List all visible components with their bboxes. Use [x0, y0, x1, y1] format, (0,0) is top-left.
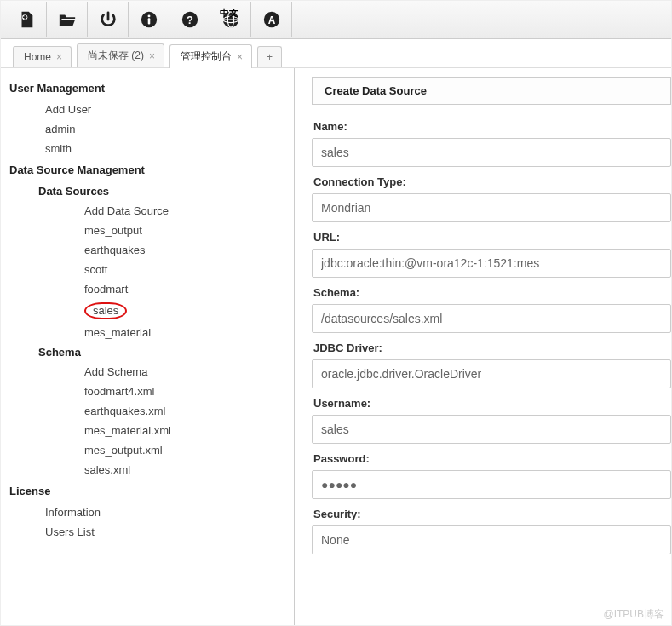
info-button[interactable] [129, 2, 169, 37]
tab-unsaved[interactable]: 尚未保存 (2) × [77, 43, 164, 67]
open-file-button[interactable] [47, 2, 88, 37]
close-icon[interactable]: × [237, 52, 243, 62]
close-icon[interactable]: × [56, 52, 62, 62]
subsection-data-sources: Data Sources [6, 181, 294, 201]
label-jdbc-driver: JDBC Driver: [312, 333, 671, 359]
tab-label: Home [24, 51, 51, 63]
label-username: Username: [312, 388, 671, 415]
svg-rect-2 [22, 16, 26, 18]
content-panel: Create Data Source Name: Connection Type… [295, 68, 671, 625]
sidebar-item-earthquakes-xml[interactable]: earthquakes.xml [6, 401, 294, 421]
new-file-button[interactable] [6, 2, 47, 37]
schema-field[interactable] [312, 304, 671, 333]
tab-admin-console[interactable]: 管理控制台 × [169, 44, 252, 68]
svg-text:?: ? [187, 14, 193, 26]
url-field[interactable] [312, 249, 671, 278]
svg-text:A: A [267, 14, 275, 26]
language-button[interactable]: 中文 [210, 2, 251, 37]
account-button[interactable]: A [251, 2, 292, 37]
sidebar-item-earthquakes[interactable]: earthquakes [6, 240, 294, 260]
power-button[interactable] [88, 2, 129, 37]
sidebar-item-sales[interactable]: sales [6, 299, 294, 323]
sidebar-item-add-data-source[interactable]: Add Data Source [6, 201, 294, 221]
sidebar-item-scott[interactable]: scott [6, 260, 294, 279]
sidebar: User Management Add User admin smith Dat… [1, 68, 295, 625]
sidebar-item-information[interactable]: Information [6, 503, 294, 522]
panel-header: Create Data Source [312, 77, 671, 105]
password-field[interactable] [312, 470, 671, 499]
label-url: URL: [312, 222, 671, 249]
sidebar-item-mes-output-xml[interactable]: mes_output.xml [6, 440, 294, 460]
sidebar-item-mes-material-xml[interactable]: mes_material.xml [6, 421, 294, 440]
label-schema: Schema: [312, 278, 671, 304]
sidebar-item-sales-xml[interactable]: sales.xml [6, 460, 294, 480]
jdbc-driver-field[interactable] [312, 359, 671, 388]
svg-point-4 [147, 14, 150, 17]
tabs-row: Home × 尚未保存 (2) × 管理控制台 × + [1, 39, 671, 68]
section-license: License [6, 480, 294, 503]
security-field[interactable] [312, 525, 671, 554]
username-field[interactable] [312, 415, 671, 444]
toolbar: ? 中文 A [1, 1, 671, 39]
sidebar-item-foodmart4-xml[interactable]: foodmart4.xml [6, 382, 294, 401]
sidebar-item-add-schema[interactable]: Add Schema [6, 362, 294, 382]
name-field[interactable] [312, 138, 671, 167]
sidebar-item-admin[interactable]: admin [6, 119, 294, 139]
section-ds-management: Data Source Management [6, 158, 294, 181]
connection-type-field[interactable] [312, 193, 671, 222]
sidebar-item-smith[interactable]: smith [6, 139, 294, 158]
section-user-management: User Management [6, 77, 294, 100]
label-security: Security: [312, 499, 671, 525]
sidebar-item-foodmart[interactable]: foodmart [6, 279, 294, 299]
tab-label: 尚未保存 (2) [88, 49, 144, 63]
tab-home[interactable]: Home × [13, 46, 72, 67]
label-password: Password: [312, 444, 671, 470]
sidebar-item-mes-output[interactable]: mes_output [6, 221, 294, 240]
help-button[interactable]: ? [169, 2, 210, 37]
label-connection-type: Connection Type: [312, 167, 671, 193]
label-name: Name: [312, 112, 671, 138]
subsection-schema: Schema [6, 342, 294, 362]
tab-add[interactable]: + [257, 46, 282, 67]
svg-rect-5 [147, 18, 150, 24]
sidebar-item-add-user[interactable]: Add User [6, 100, 294, 119]
sidebar-item-mes-material[interactable]: mes_material [6, 323, 294, 342]
tab-label: 管理控制台 [181, 49, 232, 64]
watermark: @ITPUB博客 [603, 607, 664, 622]
sidebar-item-users-list[interactable]: Users List [6, 522, 294, 542]
close-icon[interactable]: × [149, 51, 155, 61]
